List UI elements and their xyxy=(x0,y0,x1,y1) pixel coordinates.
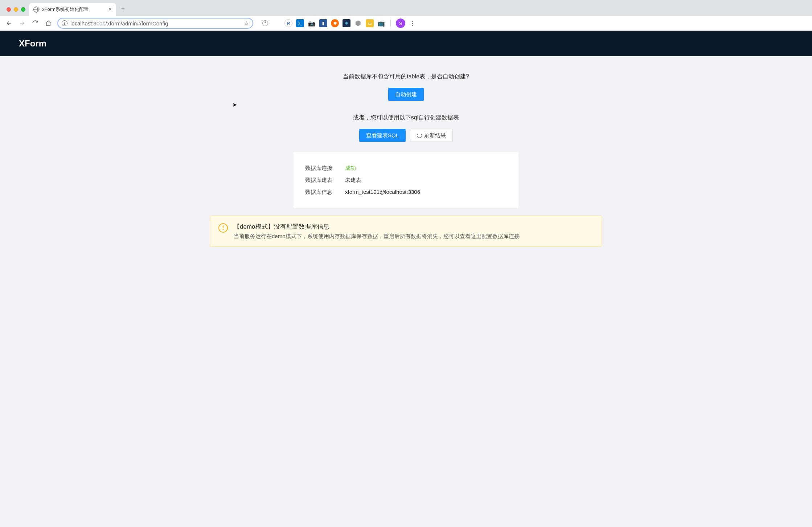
page: XForm ➤ 当前数据库不包含可用的table表，是否自动创建? 自动创建 或… xyxy=(0,31,812,527)
profile-avatar[interactable]: S xyxy=(396,19,405,28)
status-label: 数据库信息 xyxy=(305,189,345,196)
loading-icon xyxy=(417,133,422,138)
tab-bar: xForm系统初始化配置 × + xyxy=(0,0,812,16)
home-button[interactable] xyxy=(42,18,54,29)
status-row-table: 数据库建表 未建表 xyxy=(305,174,507,186)
forward-button[interactable] xyxy=(16,18,28,29)
extension-icon-1[interactable] xyxy=(261,19,269,27)
window-controls xyxy=(4,7,29,16)
browser-tab[interactable]: xForm系统初始化配置 × xyxy=(29,3,116,16)
view-sql-button[interactable]: 查看建表SQL xyxy=(359,129,406,142)
refresh-button[interactable]: 刷新结果 xyxy=(410,129,453,142)
warning-icon: ! xyxy=(218,223,228,233)
close-tab-icon[interactable]: × xyxy=(108,7,112,12)
bookmark-icon[interactable]: ☆ xyxy=(244,20,249,27)
main-content: 当前数据库不包含可用的table表，是否自动创建? 自动创建 或者，您可以使用以… xyxy=(203,56,609,261)
window-close[interactable] xyxy=(7,7,11,12)
browser-chrome: xForm系统初始化配置 × + i localhost:3000/xform/… xyxy=(0,0,812,31)
extension-icon-10[interactable]: ▭ xyxy=(366,19,374,27)
site-info-icon[interactable]: i xyxy=(62,20,67,26)
app-header: XForm xyxy=(0,31,812,56)
url-text: localhost:3000/xform/admin#/formConfig xyxy=(70,20,241,26)
alt-section: 或者，您可以使用以下sql自行创建数据表 查看建表SQL 刷新结果 xyxy=(210,114,602,142)
alert-description: 当前服务运行在demo模式下，系统使用内存数据库保存数据，重启后所有数据将消失，… xyxy=(234,233,520,240)
extension-icon-2[interactable]: RP xyxy=(273,19,281,27)
reload-button[interactable] xyxy=(29,18,41,29)
extension-icon-9[interactable]: ⬢ xyxy=(354,19,362,27)
button-row: 查看建表SQL 刷新结果 xyxy=(210,129,602,142)
prompt-text: 当前数据库不包含可用的table表，是否自动创建? xyxy=(210,73,602,81)
new-tab-button[interactable]: + xyxy=(116,5,130,16)
alt-prompt-text: 或者，您可以使用以下sql自行创建数据表 xyxy=(210,114,602,122)
extension-icon-5[interactable]: 📷 xyxy=(308,19,316,27)
extension-icon-3[interactable]: R xyxy=(284,19,292,27)
extension-icon-4[interactable]: ⟩_ xyxy=(296,19,304,27)
window-maximize[interactable] xyxy=(21,7,25,12)
status-label: 数据库建表 xyxy=(305,177,345,184)
alert-body: 【demo模式】没有配置数据库信息 当前服务运行在demo模式下，系统使用内存数… xyxy=(234,222,520,240)
status-value: 成功 xyxy=(345,165,356,172)
extension-icon-11[interactable]: 📺 xyxy=(377,19,385,27)
extensions-row: RP R ⟩_ 📷 ▮ ✽ ⚛ ⬢ ▭ 📺 S xyxy=(261,19,416,28)
extension-icon-7[interactable]: ✽ xyxy=(331,19,339,27)
address-bar[interactable]: i localhost:3000/xform/admin#/formConfig… xyxy=(57,18,253,29)
status-row-connection: 数据库连接 成功 xyxy=(305,162,507,174)
status-row-dbinfo: 数据库信息 xform_test101@localhost:3306 xyxy=(305,186,507,198)
alert-title: 【demo模式】没有配置数据库信息 xyxy=(234,222,520,231)
status-value: 未建表 xyxy=(345,177,361,184)
globe-icon xyxy=(33,7,39,12)
status-card: 数据库连接 成功 数据库建表 未建表 数据库信息 xform_test101@l… xyxy=(294,152,518,208)
extension-icon-6[interactable]: ▮ xyxy=(319,19,327,27)
demo-alert: ! 【demo模式】没有配置数据库信息 当前服务运行在demo模式下，系统使用内… xyxy=(210,216,602,247)
tab-title: xForm系统初始化配置 xyxy=(42,6,106,13)
app-title: XForm xyxy=(19,38,46,49)
menu-button[interactable] xyxy=(409,21,416,26)
browser-toolbar: i localhost:3000/xform/admin#/formConfig… xyxy=(0,16,812,30)
status-value: xform_test101@localhost:3306 xyxy=(345,189,420,196)
status-label: 数据库连接 xyxy=(305,165,345,172)
refresh-label: 刷新结果 xyxy=(424,132,446,139)
back-button[interactable] xyxy=(3,18,15,29)
window-minimize[interactable] xyxy=(14,7,18,12)
auto-create-button[interactable]: 自动创建 xyxy=(388,88,424,101)
separator xyxy=(390,20,391,27)
extension-icon-8[interactable]: ⚛ xyxy=(343,19,350,27)
